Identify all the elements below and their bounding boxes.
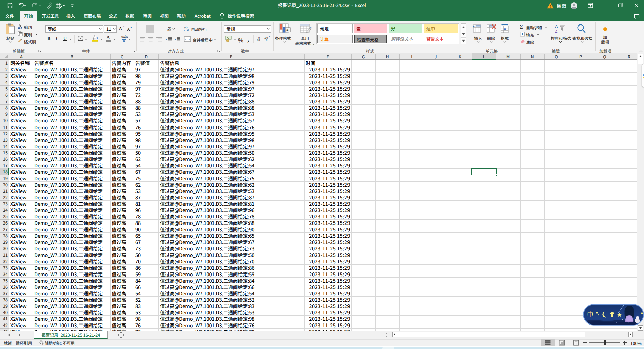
svg-text:A: A: [555, 24, 558, 29]
svg-text:≠: ≠: [286, 27, 288, 32]
svg-text:Z: Z: [555, 29, 557, 34]
svg-text:.0: .0: [265, 38, 267, 41]
svg-text:中: 中: [587, 309, 593, 318]
svg-text:?: ?: [42, 342, 44, 345]
svg-text:c: c: [184, 28, 186, 32]
svg-text:.00: .00: [256, 38, 260, 41]
